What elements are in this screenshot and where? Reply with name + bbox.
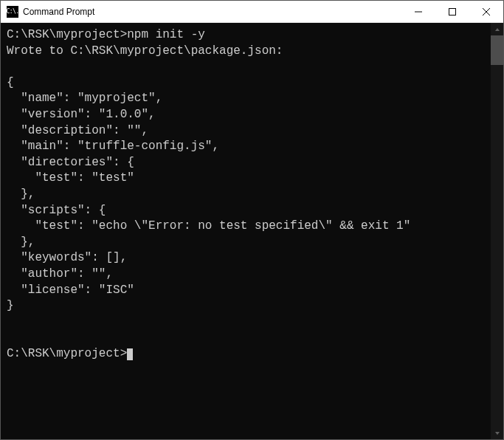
output-line: "version": "1.0.0", xyxy=(7,108,156,121)
terminal-content[interactable]: C:\RSK\myproject>npm init -y Wrote to C:… xyxy=(1,23,491,439)
close-button[interactable] xyxy=(469,1,503,22)
output-line: }, xyxy=(7,188,35,201)
output-line: }, xyxy=(7,236,35,249)
app-icon-glyph: C:\. xyxy=(6,9,18,15)
command-text: npm init -y xyxy=(127,28,205,41)
minimize-icon xyxy=(415,8,422,16)
output-line: "directories": { xyxy=(7,156,134,169)
output-line: "keywords": [], xyxy=(7,251,127,264)
window-title: Command Prompt xyxy=(23,7,401,17)
window-controls xyxy=(401,1,503,22)
output-line: "name": "myproject", xyxy=(7,92,162,105)
svg-rect-1 xyxy=(449,8,456,15)
terminal-area: C:\RSK\myproject>npm init -y Wrote to C:… xyxy=(1,23,503,439)
output-line: "main": "truffle-config.js", xyxy=(7,140,219,153)
svg-marker-4 xyxy=(495,28,500,31)
close-icon xyxy=(483,8,490,16)
scroll-up-button[interactable] xyxy=(491,23,503,35)
output-line: "license": "ISC" xyxy=(7,283,134,297)
output-line: "test": "test" xyxy=(7,171,134,185)
output-line: "test": "echo \"Error: no test specified… xyxy=(7,219,410,233)
cursor xyxy=(127,348,133,360)
output-line: "scripts": { xyxy=(7,204,106,217)
output-line: { xyxy=(7,76,14,89)
vertical-scrollbar[interactable] xyxy=(491,23,503,439)
svg-marker-5 xyxy=(495,432,500,435)
maximize-icon xyxy=(449,8,456,16)
output-line: "description": "", xyxy=(7,124,148,137)
output-line: } xyxy=(7,299,14,312)
scroll-thumb[interactable] xyxy=(491,35,503,65)
prompt-line: C:\RSK\myproject> xyxy=(7,28,127,41)
minimize-button[interactable] xyxy=(401,1,435,22)
output-line: Wrote to C:\RSK\myproject\package.json: xyxy=(7,44,283,58)
scroll-down-button[interactable] xyxy=(491,427,503,439)
output-line: "author": "", xyxy=(7,267,113,281)
maximize-button[interactable] xyxy=(435,1,469,22)
chevron-up-icon xyxy=(494,27,500,32)
prompt-line: C:\RSK\myproject> xyxy=(7,347,127,360)
app-icon: C:\. xyxy=(7,6,18,18)
window-titlebar: C:\. Command Prompt xyxy=(1,1,503,23)
chevron-down-icon xyxy=(494,430,500,436)
